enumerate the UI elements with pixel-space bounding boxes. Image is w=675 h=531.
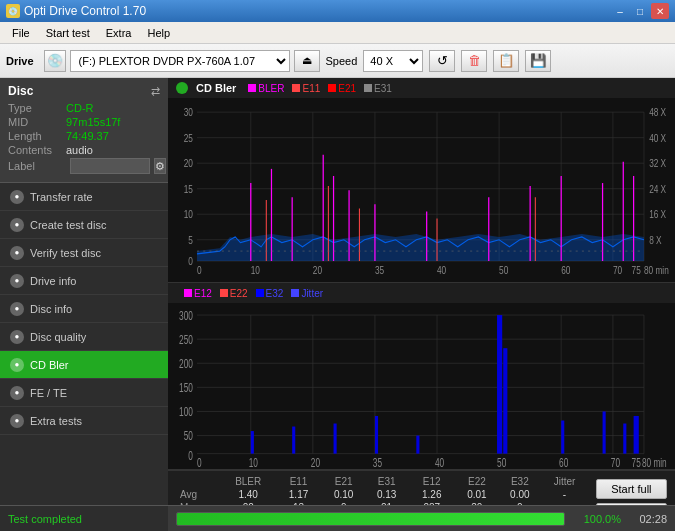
menu-extra[interactable]: Extra [98,25,140,41]
svg-text:80 min: 80 min [644,263,669,276]
avg-e11: 1.17 [275,488,322,501]
svg-text:5: 5 [188,234,193,247]
svg-rect-84 [634,416,639,454]
chart-1-svg: 30 25 20 15 10 5 0 48 X 40 X 32 X 24 X 1… [168,98,675,282]
svg-text:20: 20 [313,263,323,276]
col-header-empty [176,475,222,488]
app-icon: 💿 [6,4,20,18]
nav-icon-fe-te: ● [10,386,24,400]
app-title: Opti Drive Control 1.70 [24,4,146,18]
nav-item-transfer-rate[interactable]: ●Transfer rate [0,183,168,211]
copy-button[interactable]: 📋 [493,50,519,72]
progress-bar-fill [177,513,564,525]
svg-text:24 X: 24 X [649,183,666,196]
legend-e11-label: E11 [302,83,320,94]
svg-text:40: 40 [437,263,447,276]
label-input[interactable] [70,158,150,174]
menu-help[interactable]: Help [139,25,178,41]
main-layout: Disc ⇄ Type CD-R MID 97m15s17f Length 74… [0,78,675,531]
legend-bler-label: BLER [258,83,284,94]
col-header-e12: E12 [408,475,455,488]
svg-rect-74 [497,315,502,454]
svg-text:15: 15 [184,183,194,196]
disc-arrows[interactable]: ⇄ [151,85,160,98]
title-bar: 💿 Opti Drive Control 1.70 – □ ✕ [0,0,675,22]
disc-section-title: Disc [8,84,33,98]
table-header-row: BLER E11 E21 E31 E12 E22 E32 Jitter [176,475,588,488]
minimize-button[interactable]: – [611,3,629,19]
nav-label-fe-te: FE / TE [30,387,67,399]
legend-e21-label: E21 [338,83,356,94]
menu-start-test[interactable]: Start test [38,25,98,41]
speed-label: Speed [326,55,358,67]
svg-text:70: 70 [613,263,623,276]
menu-file[interactable]: File [4,25,38,41]
maximize-button[interactable]: □ [631,3,649,19]
svg-text:35: 35 [373,457,382,469]
legend-jitter: Jitter [291,288,323,299]
legend-e21-dot [328,84,336,92]
test-completed-text: Test completed [8,513,82,525]
eject-button[interactable]: ⏏ [294,50,320,72]
nav-item-extra-tests[interactable]: ●Extra tests [0,407,168,435]
svg-text:10: 10 [251,263,261,276]
legend-e31: E31 [364,83,392,94]
svg-rect-75 [503,348,507,453]
nav-item-cd-bler[interactable]: ●CD Bler [0,351,168,379]
nav-item-disc-info[interactable]: ●Disc info [0,295,168,323]
svg-text:40 X: 40 X [649,132,666,145]
nav-item-fe-te[interactable]: ●FE / TE [0,379,168,407]
avg-e12: 1.26 [408,488,455,501]
svg-rect-76 [251,431,254,454]
svg-rect-82 [603,412,606,454]
legend-e32: E32 [256,288,284,299]
speed-combo[interactable]: 40 X [363,50,423,72]
menu-bar: File Start test Extra Help [0,22,675,44]
start-full-button[interactable]: Start full [596,479,667,499]
nav-item-verify-test-disc[interactable]: ●Verify test disc [0,239,168,267]
charts-area: CD Bler BLER E11 E21 E3 [168,78,675,470]
mid-label: MID [8,116,66,128]
svg-text:80 min: 80 min [642,457,667,469]
chart-1-header: CD Bler BLER E11 E21 E3 [168,78,675,98]
legend-bler: BLER [248,83,284,94]
legend-e22-dot [220,289,228,297]
chart-1-title: CD Bler [196,82,236,94]
svg-text:25: 25 [184,132,194,145]
svg-text:8 X: 8 X [649,234,662,247]
chart-1-body: 30 25 20 15 10 5 0 48 X 40 X 32 X 24 X 1… [168,98,675,282]
nav-item-drive-info[interactable]: ●Drive info [0,267,168,295]
svg-text:10: 10 [249,457,258,469]
length-value: 74:49.37 [66,130,109,142]
drive-combo[interactable]: (F:) PLEXTOR DVDR PX-760A 1.07 [70,50,290,72]
svg-text:50: 50 [184,430,193,443]
avg-jitter: - [541,488,587,501]
nav-label-create-test-disc: Create test disc [30,219,106,231]
nav-icon-transfer-rate: ● [10,190,24,204]
svg-text:40: 40 [435,457,444,469]
erase-button[interactable]: 🗑 [461,50,487,72]
svg-text:30: 30 [184,106,194,119]
legend-e11-dot [292,84,300,92]
chart-2-panel: E12 E22 E32 Jitter [168,283,675,470]
nav-menu: ●Transfer rate●Create test disc●Verify t… [0,183,168,505]
left-panel: Disc ⇄ Type CD-R MID 97m15s17f Length 74… [0,78,168,531]
length-label: Length [8,130,66,142]
save-button[interactable]: 💾 [525,50,551,72]
nav-item-create-test-disc[interactable]: ●Create test disc [0,211,168,239]
svg-rect-79 [375,416,378,454]
col-header-e22: E22 [455,475,498,488]
col-header-e11: E11 [275,475,322,488]
nav-icon-verify-test-disc: ● [10,246,24,260]
nav-item-disc-quality[interactable]: ●Disc quality [0,323,168,351]
refresh-button[interactable]: ↺ [429,50,455,72]
svg-text:100: 100 [179,406,193,419]
right-content: CD Bler BLER E11 E21 E3 [168,78,675,531]
cd-bler-icon [176,82,188,94]
svg-text:60: 60 [559,457,568,469]
close-button[interactable]: ✕ [651,3,669,19]
nav-icon-drive-info: ● [10,274,24,288]
nav-icon-disc-quality: ● [10,330,24,344]
label-edit-icon[interactable]: ⚙ [154,158,166,174]
nav-icon-create-test-disc: ● [10,218,24,232]
